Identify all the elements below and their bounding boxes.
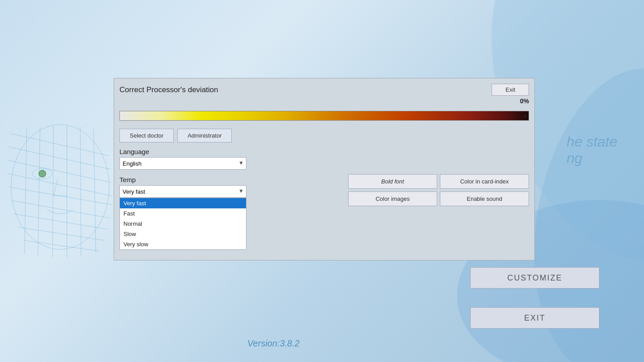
dialog-title: Correct Processor's deviation: [119, 85, 218, 94]
svg-line-15: [53, 126, 53, 257]
language-select-wrapper: English ▼: [119, 157, 246, 170]
bold-font-button[interactable]: Bold font: [348, 174, 437, 189]
svg-line-7: [8, 174, 112, 196]
temp-option-slow[interactable]: Slow: [120, 229, 246, 239]
svg-line-18: [94, 129, 96, 253]
action-buttons-row: Select doctor Administrator: [119, 129, 529, 142]
dialog-exit-button[interactable]: Exit: [492, 84, 529, 96]
language-select[interactable]: English: [119, 157, 246, 170]
select-doctor-button[interactable]: Select doctor: [119, 129, 174, 142]
temp-section: Temp Very fast ▼ Very fast Fast Normal S…: [119, 174, 246, 198]
svg-line-9: [11, 200, 111, 218]
svg-point-20: [39, 170, 46, 177]
temp-option-very-fast[interactable]: Very fast: [120, 198, 246, 208]
dialog-header: Correct Processor's deviation Exit 0%: [119, 84, 529, 105]
right-text-line2: ng: [566, 150, 617, 167]
temp-option-normal[interactable]: Normal: [120, 219, 246, 229]
svg-line-4: [11, 134, 109, 156]
version-text: Version:3.8.2: [247, 338, 299, 349]
svg-line-14: [38, 127, 40, 256]
temp-option-fast[interactable]: Fast: [120, 208, 246, 219]
svg-line-12: [25, 240, 99, 251]
right-text-line1: he state: [566, 134, 617, 150]
svg-line-5: [9, 147, 111, 169]
svg-line-6: [8, 160, 111, 183]
progress-arrow: ▼: [523, 114, 528, 120]
svg-line-13: [25, 129, 27, 254]
temp-option-very-slow[interactable]: Very slow: [120, 239, 246, 249]
language-label: Language: [119, 148, 529, 155]
temp-select-wrapper: Very fast ▼ Very fast Fast Normal Slow V…: [119, 185, 246, 198]
exit-main-button[interactable]: EXIT: [470, 307, 599, 329]
option-buttons-grid: Bold font Color in card-index Color imag…: [348, 174, 529, 206]
face-wireframe: [0, 0, 120, 362]
temp-label: Temp: [119, 176, 246, 183]
svg-line-11: [18, 227, 105, 240]
bottom-section: Temp Very fast ▼ Very fast Fast Normal S…: [119, 174, 529, 206]
administrator-button[interactable]: Administrator: [177, 129, 232, 142]
color-images-button[interactable]: Color images: [348, 191, 437, 206]
customize-button[interactable]: CUSTOMIZE: [470, 267, 599, 289]
dialog-percent: 0%: [520, 98, 529, 105]
enable-sound-button[interactable]: Enable sound: [440, 191, 529, 206]
progress-bar[interactable]: [119, 111, 529, 121]
settings-dialog: Correct Processor's deviation Exit 0% ▼ …: [114, 78, 535, 260]
language-section: Language English ▼: [119, 148, 529, 174]
temp-dropdown-open: Very fast Fast Normal Slow Very slow: [119, 198, 246, 250]
svg-line-10: [13, 214, 108, 229]
progress-bar-container: ▼: [119, 111, 529, 123]
color-in-card-index-button[interactable]: Color in card-index: [440, 174, 529, 189]
temp-select[interactable]: Very fast: [119, 185, 246, 198]
right-text: he state ng: [566, 134, 617, 167]
